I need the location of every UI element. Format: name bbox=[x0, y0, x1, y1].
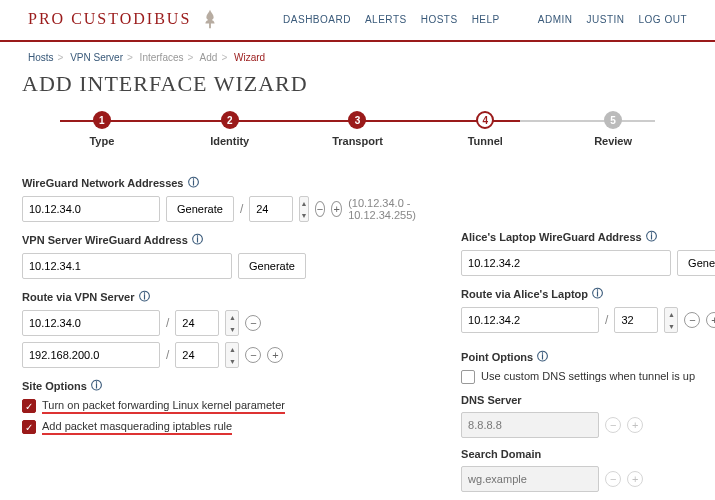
remove-icon[interactable]: − bbox=[245, 315, 261, 331]
ip-range: (10.12.34.0 - 10.12.34.255) bbox=[348, 197, 431, 221]
step-review[interactable]: 5Review bbox=[549, 111, 677, 147]
generate-button[interactable]: Generate bbox=[238, 253, 306, 279]
site-options-label: Site Options bbox=[22, 380, 87, 392]
dns-server-label: DNS Server bbox=[461, 394, 522, 406]
mask-stepper[interactable]: ▲▼ bbox=[225, 342, 239, 368]
step-tunnel[interactable]: 4Tunnel bbox=[421, 111, 549, 147]
mask-stepper[interactable]: ▲▼ bbox=[299, 196, 308, 222]
alice-route-mask[interactable] bbox=[614, 307, 658, 333]
top-nav: DASHBOARD ALERTS HOSTS HELP ADMIN JUSTIN… bbox=[283, 14, 687, 25]
route2-ip[interactable] bbox=[22, 342, 160, 368]
generate-button[interactable]: Generate bbox=[677, 250, 715, 276]
alice-addr-input[interactable] bbox=[461, 250, 671, 276]
wg-network-label: WireGuard Network Addresses bbox=[22, 177, 184, 189]
help-icon[interactable]: ⓘ bbox=[192, 232, 203, 247]
crumb-hosts[interactable]: Hosts bbox=[28, 52, 54, 63]
breadcrumb: Hosts> VPN Server> Interfaces> Add> Wiza… bbox=[0, 42, 715, 65]
mask-stepper[interactable]: ▲▼ bbox=[664, 307, 678, 333]
crumb-vpn[interactable]: VPN Server bbox=[70, 52, 123, 63]
add-icon[interactable]: + bbox=[267, 347, 283, 363]
vpn-addr-label: VPN Server WireGuard Address bbox=[22, 234, 188, 246]
wg-network-mask[interactable] bbox=[249, 196, 293, 222]
help-icon[interactable]: ⓘ bbox=[592, 286, 603, 301]
help-icon[interactable]: ⓘ bbox=[537, 349, 548, 364]
add-icon: + bbox=[627, 417, 643, 433]
step-transport[interactable]: 3Transport bbox=[294, 111, 422, 147]
point-options-label: Point Options bbox=[461, 351, 533, 363]
add-icon[interactable]: + bbox=[331, 201, 342, 217]
route1-ip[interactable] bbox=[22, 310, 160, 336]
mask-stepper[interactable]: ▲▼ bbox=[225, 310, 239, 336]
crumb-current: Wizard bbox=[234, 52, 265, 63]
route-vpn-label: Route via VPN Server bbox=[22, 291, 135, 303]
nav-admin[interactable]: ADMIN bbox=[538, 14, 573, 25]
crumb-interfaces: Interfaces bbox=[140, 52, 184, 63]
step-type[interactable]: 1Type bbox=[38, 111, 166, 147]
checkbox-dns[interactable] bbox=[461, 370, 475, 384]
opt-custom-dns[interactable]: Use custom DNS settings when tunnel is u… bbox=[481, 370, 695, 382]
remove-icon[interactable]: − bbox=[684, 312, 700, 328]
nav-user[interactable]: JUSTIN bbox=[586, 14, 624, 25]
remove-icon[interactable]: − bbox=[315, 201, 326, 217]
checkbox-forwarding[interactable]: ✓ bbox=[22, 399, 36, 413]
add-icon: + bbox=[627, 471, 643, 487]
crumb-add: Add bbox=[200, 52, 218, 63]
brand-text: PRO CUSTODIBUS bbox=[28, 10, 191, 28]
search-domain-input bbox=[461, 466, 599, 492]
wizard-steps: 1Type 2Identity 3Transport 4Tunnel 5Revi… bbox=[0, 111, 715, 147]
help-icon[interactable]: ⓘ bbox=[139, 289, 150, 304]
nav-help[interactable]: HELP bbox=[472, 14, 500, 25]
remove-icon: − bbox=[605, 417, 621, 433]
step-identity[interactable]: 2Identity bbox=[166, 111, 294, 147]
remove-icon: − bbox=[605, 471, 621, 487]
search-domain-label: Search Domain bbox=[461, 448, 541, 460]
vpn-addr-input[interactable] bbox=[22, 253, 232, 279]
generate-button[interactable]: Generate bbox=[166, 196, 234, 222]
opt-masquerading[interactable]: Add packet masquerading iptables rule bbox=[42, 420, 232, 435]
nav-dashboard[interactable]: DASHBOARD bbox=[283, 14, 351, 25]
route1-mask[interactable] bbox=[175, 310, 219, 336]
opt-forwarding[interactable]: Turn on packet forwarding Linux kernel p… bbox=[42, 399, 285, 414]
alice-addr-label: Alice's Laptop WireGuard Address bbox=[461, 231, 642, 243]
wg-network-ip[interactable] bbox=[22, 196, 160, 222]
help-icon[interactable]: ⓘ bbox=[188, 175, 199, 190]
route-alice-label: Route via Alice's Laptop bbox=[461, 288, 588, 300]
help-icon[interactable]: ⓘ bbox=[91, 378, 102, 393]
nav-hosts[interactable]: HOSTS bbox=[421, 14, 458, 25]
help-icon[interactable]: ⓘ bbox=[646, 229, 657, 244]
nav-alerts[interactable]: ALERTS bbox=[365, 14, 407, 25]
page-title: ADD INTERFACE WIZARD bbox=[0, 65, 715, 111]
nav-logout[interactable]: LOG OUT bbox=[638, 14, 687, 25]
dns-server-input bbox=[461, 412, 599, 438]
brand-logo[interactable]: PRO CUSTODIBUS bbox=[28, 8, 221, 30]
tree-icon bbox=[199, 8, 221, 30]
add-icon[interactable]: + bbox=[706, 312, 715, 328]
checkbox-masquerading[interactable]: ✓ bbox=[22, 420, 36, 434]
route2-mask[interactable] bbox=[175, 342, 219, 368]
remove-icon[interactable]: − bbox=[245, 347, 261, 363]
alice-route-ip[interactable] bbox=[461, 307, 599, 333]
